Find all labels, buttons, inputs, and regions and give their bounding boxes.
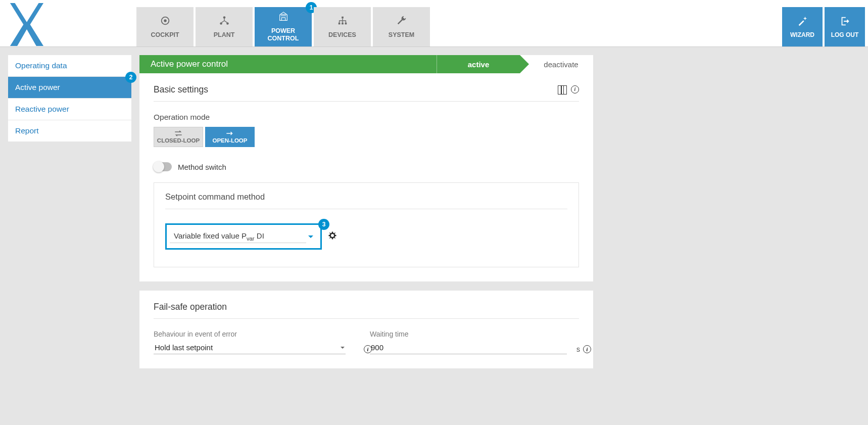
- method-switch-row: Method switch: [154, 162, 579, 171]
- waiting-column: Waiting time 900 s i: [370, 330, 577, 354]
- top-bar: COCKPIT PLANT POWER CONTROL 1 DEVICES SY…: [0, 0, 868, 47]
- input-value: 900: [371, 343, 383, 352]
- button-label: CLOSED-LOOP: [157, 137, 200, 144]
- waiting-time-input[interactable]: 900: [370, 341, 567, 354]
- logout-button[interactable]: LOG OUT: [825, 7, 865, 46]
- chevron-down-icon: [341, 347, 345, 349]
- waiting-unit: s: [576, 345, 580, 353]
- behaviour-select[interactable]: Hold last setpoint: [154, 341, 346, 354]
- svg-rect-5: [342, 16, 344, 18]
- panel-header-title: Active power control: [139, 55, 437, 73]
- svg-rect-7: [342, 22, 344, 24]
- wand-icon: [797, 16, 808, 28]
- wizard-button[interactable]: WIZARD: [782, 7, 823, 46]
- waiting-label: Waiting time: [370, 330, 577, 338]
- svg-point-2: [223, 16, 225, 19]
- target-icon: [160, 15, 171, 28]
- settings-panel-icon[interactable]: [558, 85, 567, 95]
- power-control-icon: [278, 11, 289, 24]
- sidebar-item-report[interactable]: Report: [8, 120, 131, 141]
- setpoint-title: Setpoint command method: [165, 192, 567, 209]
- tab-power-control[interactable]: POWER CONTROL 1: [255, 7, 312, 46]
- chevron-down-icon: [308, 235, 313, 238]
- tab-plant[interactable]: PLANT: [196, 7, 253, 46]
- failsafe-title: Fail-safe operation: [154, 302, 227, 312]
- devices-icon: [337, 15, 348, 28]
- select-value: Variable fixed value Pvar DI: [174, 231, 264, 242]
- tab-label: DEVICES: [328, 31, 356, 39]
- button-label: WIZARD: [790, 31, 814, 38]
- svg-rect-8: [345, 22, 347, 24]
- failsafe-panel: Fail-safe operation Behaviour in event o…: [139, 291, 593, 368]
- sidebar: Operating data Active power 2 Reactive p…: [8, 55, 131, 142]
- behaviour-label: Behaviour in event of error: [154, 330, 361, 338]
- tab-cockpit[interactable]: COCKPIT: [136, 7, 194, 46]
- open-loop-button[interactable]: OPEN-LOOP: [205, 127, 255, 147]
- loop-icon: [174, 130, 183, 137]
- panel-title-row: Fail-safe operation: [154, 302, 579, 319]
- sidebar-item-active-power[interactable]: Active power 2: [8, 77, 131, 98]
- setpoint-card: Setpoint command method Variable fixed v…: [154, 182, 579, 267]
- panel-icons: i: [558, 85, 579, 95]
- select-value: Hold last setpoint: [155, 343, 213, 352]
- step-badge-3: 3: [318, 219, 329, 230]
- sidebar-item-reactive-power[interactable]: Reactive power: [8, 99, 131, 120]
- deactivate-button[interactable]: deactivate: [520, 55, 593, 73]
- tab-label: COCKPIT: [151, 31, 179, 39]
- closed-loop-button[interactable]: CLOSED-LOOP: [154, 127, 203, 147]
- step-badge-2: 2: [125, 72, 136, 83]
- wrench-icon: [396, 15, 407, 28]
- nav-tabs: COCKPIT PLANT POWER CONTROL 1 DEVICES SY…: [48, 0, 782, 46]
- status-active[interactable]: active: [437, 55, 520, 73]
- tab-label: SYSTEM: [389, 31, 414, 39]
- basic-settings-panel: Basic settings i Operation mode CLOSED-L…: [139, 73, 593, 281]
- sidebar-item-operating-data[interactable]: Operating data: [8, 55, 131, 76]
- panel-title-row: Basic settings i: [154, 84, 579, 102]
- button-label: OPEN-LOOP: [212, 137, 247, 144]
- panel-header: Active power control active deactivate: [139, 55, 593, 73]
- setpoint-select-row: Variable fixed value Pvar DI 3: [165, 223, 567, 250]
- underline: [170, 243, 306, 243]
- method-switch-toggle[interactable]: [154, 162, 172, 171]
- setpoint-method-select[interactable]: Variable fixed value Pvar DI 3: [165, 223, 322, 250]
- svg-rect-6: [338, 22, 340, 24]
- plant-icon: [219, 15, 230, 28]
- operation-mode-toggle: CLOSED-LOOP OPEN-LOOP: [154, 127, 579, 147]
- panel-title: Basic settings: [154, 84, 208, 95]
- sidebar-item-label: Active power: [15, 83, 60, 91]
- top-actions: WIZARD LOG OUT: [782, 0, 868, 46]
- svg-point-1: [164, 20, 166, 22]
- logo: [0, 0, 48, 46]
- tab-devices[interactable]: DEVICES: [314, 7, 371, 46]
- method-switch-label: Method switch: [178, 163, 226, 171]
- info-icon[interactable]: i: [571, 85, 579, 93]
- arrow-right-icon: [225, 130, 234, 137]
- gear-icon[interactable]: [328, 231, 337, 242]
- failsafe-fields: Behaviour in event of error Hold last se…: [154, 330, 579, 354]
- content: Operating data Active power 2 Reactive p…: [0, 47, 868, 386]
- tab-label: PLANT: [214, 31, 235, 39]
- operation-mode-label: Operation mode: [154, 113, 579, 122]
- button-label: LOG OUT: [831, 31, 859, 38]
- tab-label: POWER CONTROL: [268, 27, 299, 42]
- logout-icon: [839, 16, 850, 28]
- main-content: Active power control active deactivate B…: [139, 55, 593, 377]
- behaviour-column: Behaviour in event of error Hold last se…: [154, 330, 361, 354]
- info-icon[interactable]: i: [583, 345, 591, 353]
- tab-system[interactable]: SYSTEM: [373, 7, 430, 46]
